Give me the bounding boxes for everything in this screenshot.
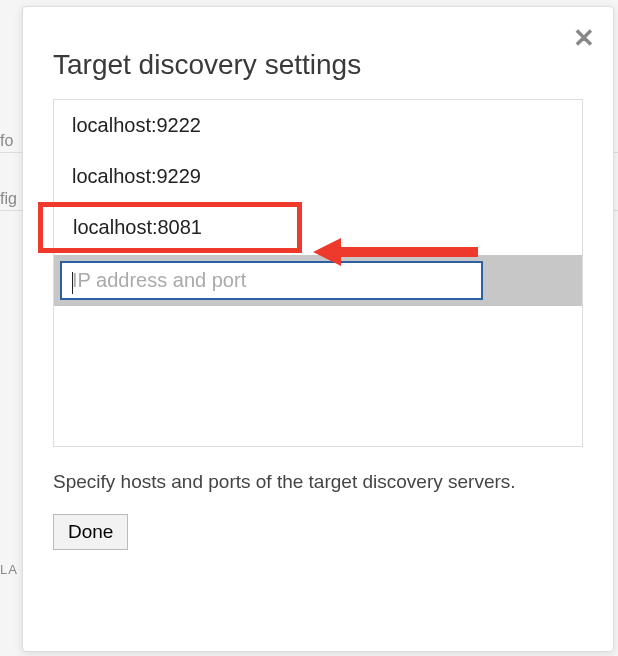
target-list: localhost:9222 localhost:9229 localhost:… [53,99,583,447]
dialog-title: Target discovery settings [53,49,583,81]
background-fragment: fig [0,190,17,208]
target-list-item[interactable]: localhost:9222 [54,100,582,151]
address-port-input[interactable] [60,261,483,300]
target-list-item[interactable]: localhost:9229 [54,151,582,202]
done-button[interactable]: Done [53,514,128,550]
background-fragment: fo [0,132,13,150]
background-fragment: LA [0,562,18,577]
new-target-row [54,255,582,306]
target-list-item-highlighted[interactable]: localhost:8081 [38,202,302,253]
target-discovery-dialog: ✕ Target discovery settings localhost:92… [22,6,614,652]
help-text: Specify hosts and ports of the target di… [53,469,583,496]
text-cursor [72,272,73,294]
close-icon[interactable]: ✕ [573,25,595,51]
